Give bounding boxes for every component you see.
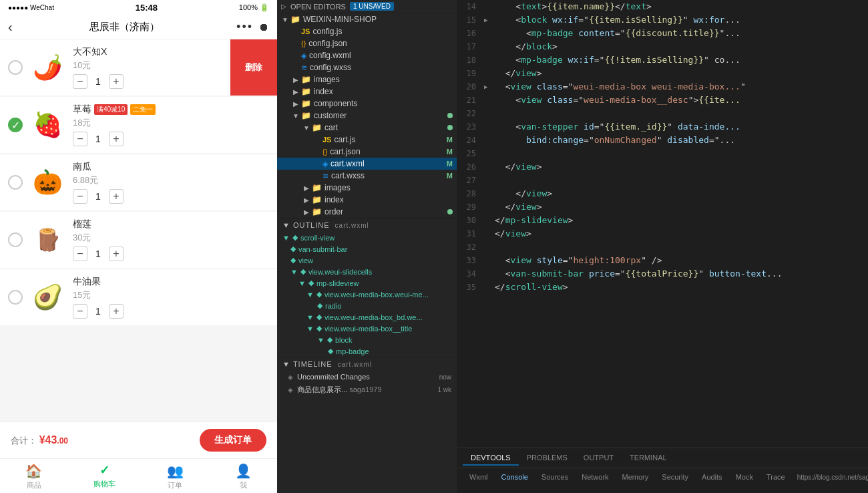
tree-folder-index2[interactable]: ▶ 📁 index (277, 194, 457, 206)
devtools-tab-output[interactable]: OUTPUT (576, 451, 622, 466)
checkbox-durian[interactable] (8, 232, 23, 247)
code-line-31: 31 </view> (457, 227, 868, 240)
timeline-item-uncommited[interactable]: ◈ Uncommited Changes now (277, 371, 457, 383)
tree-folder-customer[interactable]: ▼ 📁 customer (277, 110, 457, 122)
back-button[interactable]: ‹ (8, 19, 13, 35)
checkbox-pumpkin[interactable] (8, 175, 23, 190)
header-right-icons: ••• ⏺ (236, 20, 269, 34)
tree-file-configjson[interactable]: {} config.json (277, 37, 457, 49)
increment-pumpkin[interactable]: + (109, 189, 124, 204)
me-icon: 👤 (235, 463, 252, 479)
timeline-item-commit[interactable]: ◈ 商品信息展示... saga1979 1 wk (277, 383, 457, 397)
devtools-tab-terminal[interactable]: TERMINAL (622, 451, 675, 466)
code-line-27: 27 (457, 174, 868, 187)
checkbox-chili[interactable] (8, 60, 23, 75)
tree-file-cartwxml[interactable]: ◈ cart.wxml M (277, 158, 457, 170)
outline-weui-media-box[interactable]: ▼ ◆ view.weui-media-box.weui-me... (277, 289, 457, 300)
dots-icon[interactable]: ••• (236, 20, 253, 34)
cart-folder-label: cart (324, 123, 447, 132)
order-button[interactable]: 生成订单 (200, 429, 266, 452)
qty-chili: 1 (93, 76, 103, 87)
tree-file-configwxss[interactable]: ≋ config.wxss (277, 61, 457, 73)
increment-durian[interactable]: + (109, 246, 124, 261)
images2-label: images (324, 183, 457, 192)
record-icon[interactable]: ⏺ (258, 21, 269, 33)
devtools-tab-problems[interactable]: PROBLEMS (519, 451, 576, 466)
devtools-subtab-wxml[interactable]: Wxml (463, 472, 495, 482)
checkbox-strawberry[interactable]: ✓ (8, 118, 23, 132)
outline-view1[interactable]: ◆ view (277, 255, 457, 266)
tree-root[interactable]: ▼ 📁 WEIXIN-MINI-SHOP (277, 13, 457, 25)
increment-avocado[interactable]: + (109, 304, 124, 319)
line-content-28: </view> (495, 187, 868, 200)
decrement-avocado[interactable]: − (73, 304, 87, 319)
outline-van-submit-bar[interactable]: ◆ van-submit-bar (277, 243, 457, 255)
devtools-tab-devtools[interactable]: DEVTOOLS (463, 451, 519, 466)
devtools-bar: DEVTOOLS PROBLEMS OUTPUT TERMINAL Wxml C… (457, 448, 868, 493)
devtools-subtab-security[interactable]: Security (655, 472, 695, 482)
tree-folder-index1[interactable]: ▶ 📁 index (277, 86, 457, 98)
tab-cart[interactable]: ✓ 购物车 (93, 463, 116, 490)
line-num-24: 24 (457, 134, 484, 147)
outline-weui-media-box-bd[interactable]: ▼ ◆ view.weui-media-box_bd.we... (277, 311, 457, 323)
decrement-durian[interactable]: − (73, 246, 87, 261)
js-icon: JS (322, 136, 331, 144)
devtools-subtab-audits[interactable]: Audits (695, 472, 729, 482)
outline-mp-badge[interactable]: ◆ mp-badge (277, 345, 457, 357)
devtools-subtab-console[interactable]: Console (495, 472, 535, 482)
checkbox-avocado[interactable] (8, 290, 23, 305)
total-dec: .00 (57, 436, 68, 446)
code-line-30: 30 </mp-slideview> (457, 214, 868, 227)
devtools-subtab-memory[interactable]: Memory (616, 472, 656, 482)
devtools-subtab-mock[interactable]: Mock (729, 472, 760, 482)
increment-strawberry[interactable]: + (109, 132, 124, 146)
decrement-chili[interactable]: − (73, 74, 87, 89)
tree-folder-components[interactable]: ▶ 📁 components (277, 98, 457, 110)
delete-btn-chili[interactable]: 删除 (230, 39, 277, 96)
qty-pumpkin: 1 (93, 191, 103, 202)
tree-file-cartwxss[interactable]: ≋ cart.wxss M (277, 170, 457, 182)
outline-weui-slidecells[interactable]: ▼ ◆ view.weui-slidecells (277, 266, 457, 277)
decrement-pumpkin[interactable]: − (73, 189, 87, 204)
increment-chili[interactable]: + (109, 74, 124, 89)
order-dot (447, 209, 453, 214)
line-num-18: 18 (457, 53, 484, 67)
timeline-header[interactable]: ▼ TIMELINE cart.wxml (277, 357, 457, 371)
line-content-24: bind:change="onNumChanged" disabled="... (495, 134, 868, 147)
devtools-subtab-network[interactable]: Network (575, 472, 615, 482)
outline-block[interactable]: ▼ ◆ block (277, 334, 457, 345)
tab-me[interactable]: 👤 我 (235, 463, 252, 490)
tree-folder-order[interactable]: ▶ 📁 order (277, 206, 457, 218)
tree-folder-images1[interactable]: ▶ 📁 images (277, 73, 457, 86)
tree-file-cartjs[interactable]: JS cart.js M (277, 134, 457, 146)
line-num-26: 26 (457, 160, 484, 174)
timeline-uncommited-label: Uncommited Changes (297, 373, 435, 381)
open-editors-bar: ▷ OPEN EDITORS 1 UNSAVED (277, 0, 457, 13)
decrement-strawberry[interactable]: − (73, 132, 87, 146)
outline-weui-media-box-title[interactable]: ▼ ◆ view.weui-media-box__title (277, 323, 457, 334)
wxml-icon: ◈ (301, 51, 306, 60)
line-content-15: <block wx:if="{{item.isSelling}}" wx:for… (495, 13, 868, 27)
tree-file-cartjson[interactable]: {} cart.json M (277, 146, 457, 158)
outline-header[interactable]: ▼ OUTLINE cart.wxml (277, 218, 457, 232)
timeline-dot2-icon: ◈ (288, 386, 293, 393)
devtools-subtab-sources[interactable]: Sources (535, 472, 575, 482)
tree-folder-images2[interactable]: ▶ 📁 images (277, 182, 457, 194)
cart-item-strawberry: ✓ 🍓 草莓 满40减10 二免一 18元 − 1 + (0, 97, 277, 153)
line-num-20: 20 (457, 80, 484, 94)
line-num-17: 17 (457, 40, 484, 53)
tab-orders[interactable]: 👥 订单 (167, 463, 184, 490)
devtools-subtab-trace[interactable]: Trace (760, 472, 792, 482)
outline-radio[interactable]: ◆ radio (277, 300, 457, 311)
tree-folder-cart[interactable]: ▼ 📁 cart (277, 122, 457, 134)
line-num-23: 23 (457, 120, 484, 134)
code-line-26: 26 </view> (457, 160, 868, 174)
tree-file-configwxml[interactable]: ◈ config.wxml (277, 49, 457, 61)
outline-mp-slideview[interactable]: ▼ ◆ mp-slideview (277, 277, 457, 289)
line-num-33: 33 (457, 254, 484, 267)
timeline-section: ▼ TIMELINE cart.wxml ◈ Uncommited Change… (277, 357, 457, 397)
line-content-19: </view> (495, 67, 868, 80)
tree-file-configjs[interactable]: JS config.js (277, 25, 457, 37)
tab-home[interactable]: 🏠 商品 (25, 463, 42, 490)
outline-scroll-view[interactable]: ▼ ◆ scroll-view (277, 232, 457, 243)
